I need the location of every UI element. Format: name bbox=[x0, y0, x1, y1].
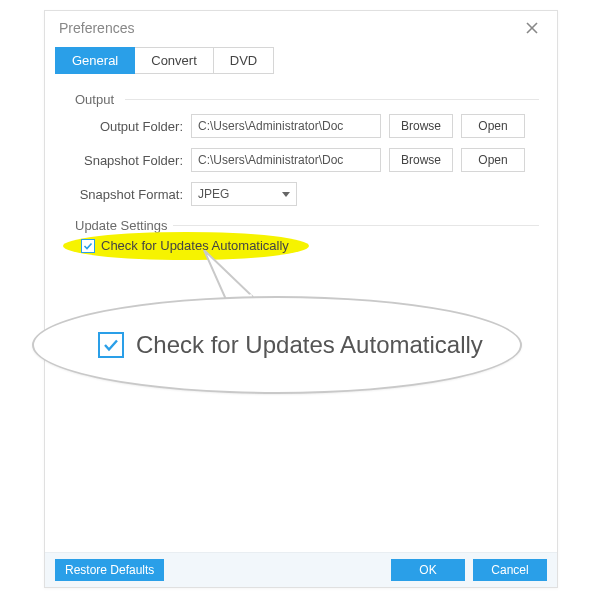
row-snapshot-folder: Snapshot Folder: Browse Open bbox=[63, 148, 539, 172]
chevron-down-icon bbox=[282, 192, 290, 197]
section-update: Update Settings Check for Updates Automa… bbox=[45, 218, 557, 253]
snapshot-format-label: Snapshot Format: bbox=[73, 187, 191, 202]
output-folder-browse-button[interactable]: Browse bbox=[389, 114, 453, 138]
tabs: General Convert DVD bbox=[45, 47, 557, 74]
tab-dvd[interactable]: DVD bbox=[213, 47, 274, 74]
snapshot-folder-label: Snapshot Folder: bbox=[73, 153, 191, 168]
callout-label: Check for Updates Automatically bbox=[136, 331, 483, 359]
checkmark-icon bbox=[83, 241, 93, 251]
tab-general[interactable]: General bbox=[55, 47, 135, 74]
check-updates-label: Check for Updates Automatically bbox=[101, 238, 289, 253]
tab-convert[interactable]: Convert bbox=[134, 47, 214, 74]
checkmark-icon bbox=[102, 336, 120, 354]
row-snapshot-format: Snapshot Format: JPEG bbox=[63, 182, 539, 206]
output-folder-open-button[interactable]: Open bbox=[461, 114, 525, 138]
snapshot-format-select[interactable]: JPEG bbox=[191, 182, 297, 206]
ok-button[interactable]: OK bbox=[391, 559, 465, 581]
dialog-title: Preferences bbox=[59, 20, 134, 36]
restore-defaults-button[interactable]: Restore Defaults bbox=[55, 559, 164, 581]
output-folder-input[interactable] bbox=[191, 114, 381, 138]
section-output: Output Output Folder: Browse Open Snapsh… bbox=[45, 92, 557, 206]
callout-checkbox[interactable] bbox=[98, 332, 124, 358]
divider bbox=[125, 99, 539, 100]
section-output-title: Output bbox=[71, 92, 118, 107]
dialog-footer: Restore Defaults OK Cancel bbox=[45, 552, 557, 587]
divider bbox=[173, 225, 539, 226]
check-updates-checkbox[interactable] bbox=[81, 239, 95, 253]
close-button[interactable] bbox=[515, 11, 549, 45]
row-check-updates: Check for Updates Automatically bbox=[63, 238, 539, 253]
zoom-callout: Check for Updates Automatically bbox=[32, 296, 522, 394]
cancel-button[interactable]: Cancel bbox=[473, 559, 547, 581]
snapshot-folder-browse-button[interactable]: Browse bbox=[389, 148, 453, 172]
output-folder-label: Output Folder: bbox=[73, 119, 191, 134]
row-output-folder: Output Folder: Browse Open bbox=[63, 114, 539, 138]
snapshot-folder-open-button[interactable]: Open bbox=[461, 148, 525, 172]
titlebar: Preferences bbox=[45, 11, 557, 45]
snapshot-folder-input[interactable] bbox=[191, 148, 381, 172]
section-update-title: Update Settings bbox=[71, 218, 172, 233]
snapshot-format-value: JPEG bbox=[198, 187, 229, 201]
close-icon bbox=[525, 21, 539, 35]
